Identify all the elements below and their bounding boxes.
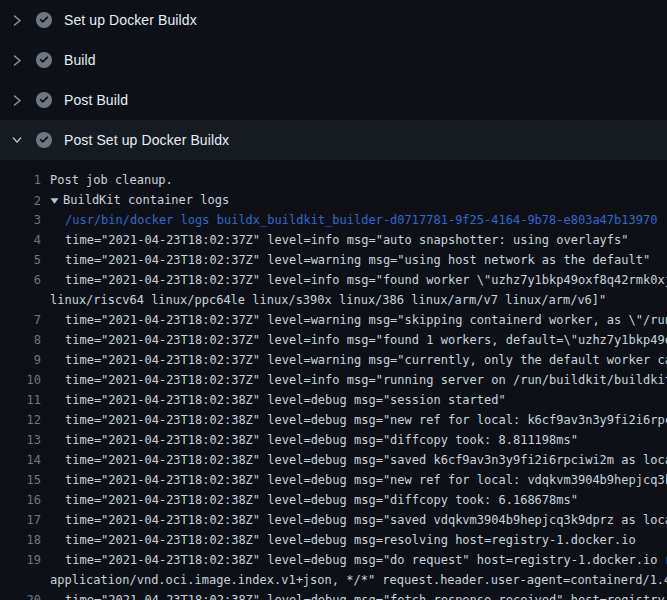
log-row: 17 time="2021-04-23T18:02:38Z" level=deb… (0, 510, 667, 530)
log-text: time="2021-04-23T18:02:37Z" level=info m… (65, 270, 667, 290)
log-row: 18 time="2021-04-23T18:02:38Z" level=deb… (0, 530, 667, 550)
check-circle-icon (36, 132, 52, 148)
log-text: time="2021-04-23T18:02:38Z" level=debug … (65, 590, 667, 600)
log-row: application/vnd.oci.image.index.v1+json,… (0, 570, 667, 590)
log-line-number[interactable]: 5 (0, 250, 41, 270)
log-text: application/vnd.oci.image.index.v1+json,… (50, 570, 667, 590)
log-line-number[interactable]: 6 (0, 270, 41, 290)
step-title: Set up Docker Buildx (64, 12, 197, 28)
log-row: 10 time="2021-04-23T18:02:37Z" level=inf… (0, 370, 667, 390)
log-line-number[interactable]: 20 (0, 590, 41, 600)
step-header-build[interactable]: Build (0, 40, 667, 80)
step-header-set-up-docker-buildx[interactable]: Set up Docker Buildx (0, 0, 667, 40)
log-text: time="2021-04-23T18:02:38Z" level=debug … (65, 550, 667, 570)
step-title: Build (64, 52, 96, 68)
log-row: 19 time="2021-04-23T18:02:38Z" level=deb… (0, 550, 667, 570)
log-text: time="2021-04-23T18:02:37Z" level=info m… (65, 370, 667, 390)
log-line-number[interactable]: 3 (0, 210, 41, 230)
log-text: time="2021-04-23T18:02:38Z" level=debug … (65, 470, 667, 490)
steps-list: Set up Docker Buildx Build Post Build Po… (0, 0, 667, 600)
log-line-number[interactable]: 4 (0, 230, 41, 250)
log-row: 5 time="2021-04-23T18:02:37Z" level=warn… (0, 250, 667, 270)
log-text: time="2021-04-23T18:02:37Z" level=warnin… (65, 250, 650, 270)
log-text: time="2021-04-23T18:02:37Z" level=info m… (65, 230, 629, 250)
log-row: 1 Post job cleanup. (0, 170, 667, 190)
log-row: 8 time="2021-04-23T18:02:37Z" level=info… (0, 330, 667, 350)
log-row: 11 time="2021-04-23T18:02:38Z" level=deb… (0, 390, 667, 410)
log-row: 6 time="2021-04-23T18:02:37Z" level=info… (0, 270, 667, 290)
check-circle-icon (36, 92, 52, 108)
log-text: Post job cleanup. (50, 170, 173, 190)
log-text: time="2021-04-23T18:02:38Z" level=debug … (65, 410, 667, 430)
log-line-number[interactable]: 16 (0, 490, 41, 510)
log-line-number[interactable]: 2 (0, 191, 41, 211)
log-text: time="2021-04-23T18:02:38Z" level=debug … (65, 530, 636, 550)
actions-log-viewer: { "colors": { "page_bg": "#0d1117", "exp… (0, 0, 667, 600)
chevron-right-icon (12, 14, 22, 26)
log-text: time="2021-04-23T18:02:37Z" level=warnin… (65, 310, 667, 330)
chevron-right-icon (12, 54, 22, 66)
log-line-number[interactable]: 14 (0, 450, 41, 470)
log-line-number[interactable]: 12 (0, 410, 41, 430)
log-line-number[interactable]: 1 (0, 170, 41, 190)
log-text: time="2021-04-23T18:02:38Z" level=debug … (65, 490, 578, 510)
log-text: time="2021-04-23T18:02:38Z" level=debug … (65, 430, 578, 450)
log-text: time="2021-04-23T18:02:38Z" level=debug … (65, 450, 667, 470)
step-title: Post Build (64, 92, 128, 108)
log-group-toggle[interactable]: BuildKit container logs (50, 190, 229, 210)
log-line-number[interactable]: 7 (0, 310, 41, 330)
log-row: 12 time="2021-04-23T18:02:38Z" level=deb… (0, 410, 667, 430)
log-row: 20 time="2021-04-23T18:02:38Z" level=deb… (0, 590, 667, 600)
log-text: time="2021-04-23T18:02:38Z" level=debug … (65, 510, 667, 530)
step-header-post-set-up-docker-buildx[interactable]: Post Set up Docker Buildx (0, 120, 667, 160)
log-row: 7 time="2021-04-23T18:02:37Z" level=warn… (0, 310, 667, 330)
check-circle-icon (36, 12, 52, 28)
check-circle-icon (36, 52, 52, 68)
log-row: 15 time="2021-04-23T18:02:38Z" level=deb… (0, 470, 667, 490)
step-log-area: 1 Post job cleanup. 2 BuildKit container… (0, 160, 667, 600)
step-title: Post Set up Docker Buildx (64, 132, 229, 148)
log-row: 4 time="2021-04-23T18:02:37Z" level=info… (0, 230, 667, 250)
log-line-number[interactable]: 18 (0, 530, 41, 550)
log-row: 9 time="2021-04-23T18:02:37Z" level=warn… (0, 350, 667, 370)
log-line-number[interactable]: 11 (0, 390, 41, 410)
chevron-down-icon (12, 134, 22, 146)
log-row: 16 time="2021-04-23T18:02:38Z" level=deb… (0, 490, 667, 510)
log-row: 2 BuildKit container logs (0, 190, 667, 210)
log-row: 3 /usr/bin/docker logs buildx_buildkit_b… (0, 210, 667, 230)
triangle-down-icon (50, 196, 62, 205)
log-text: time="2021-04-23T18:02:37Z" level=info m… (65, 330, 667, 350)
log-text: time="2021-04-23T18:02:37Z" level=warnin… (65, 350, 667, 370)
log-line-number[interactable]: 17 (0, 510, 41, 530)
log-row: 14 time="2021-04-23T18:02:38Z" level=deb… (0, 450, 667, 470)
log-line-number[interactable]: 8 (0, 330, 41, 350)
log-row: linux/riscv64 linux/ppc64le linux/s390x … (0, 290, 667, 310)
log-command-text: /usr/bin/docker logs buildx_buildkit_bui… (65, 210, 657, 230)
log-line-number[interactable]: 15 (0, 470, 41, 490)
step-header-post-build[interactable]: Post Build (0, 80, 667, 120)
chevron-right-icon (12, 94, 22, 106)
log-line-number[interactable]: 9 (0, 350, 41, 370)
log-line-number[interactable]: 10 (0, 370, 41, 390)
log-text: time="2021-04-23T18:02:38Z" level=debug … (65, 390, 506, 410)
log-line-number[interactable]: 19 (0, 550, 41, 570)
log-line-number[interactable]: 13 (0, 430, 41, 450)
log-text: linux/riscv64 linux/ppc64le linux/s390x … (50, 290, 606, 310)
log-group-label: BuildKit container logs (63, 190, 229, 210)
log-row: 13 time="2021-04-23T18:02:38Z" level=deb… (0, 430, 667, 450)
